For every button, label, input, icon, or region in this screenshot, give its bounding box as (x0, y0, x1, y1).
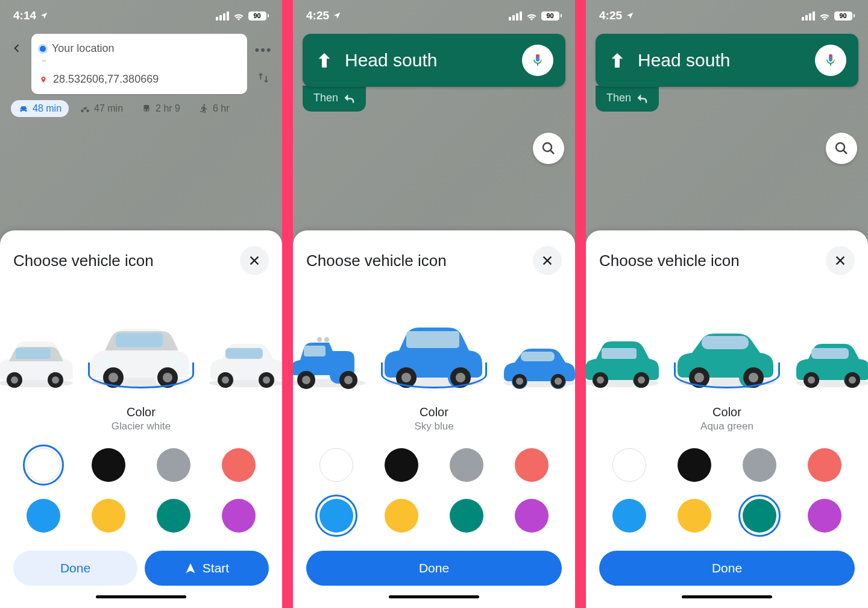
color-swatch-sky-blue[interactable] (27, 499, 60, 533)
color-swatch-sky-blue[interactable] (612, 499, 646, 533)
color-swatch-glacier-white[interactable] (612, 448, 646, 482)
color-swatch-black[interactable] (678, 448, 711, 482)
color-heading: Color (306, 405, 562, 419)
color-swatch-black[interactable] (385, 448, 418, 482)
color-swatch-yellow[interactable] (92, 499, 125, 533)
travel-mode-moto[interactable]: 47 min (72, 100, 130, 117)
origin-dot-icon (40, 46, 46, 52)
svg-point-23 (222, 376, 229, 384)
color-swatch-sky-blue[interactable] (319, 499, 353, 533)
color-swatch-grid (306, 432, 562, 540)
svg-point-40 (456, 373, 465, 382)
color-swatch-coral[interactable] (222, 448, 256, 482)
voice-button[interactable] (815, 45, 846, 76)
vehicle-option-selected[interactable] (81, 302, 201, 392)
color-swatch-yellow[interactable] (385, 499, 418, 533)
color-swatch-glacier-white[interactable] (27, 448, 60, 482)
color-swatch-grey[interactable] (450, 448, 483, 482)
color-swatch-aqua-green[interactable] (450, 499, 483, 533)
close-button[interactable] (240, 246, 269, 275)
swap-icon[interactable] (257, 71, 270, 84)
done-button[interactable]: Done (599, 551, 855, 586)
location-arrow-icon (626, 11, 634, 20)
color-heading: Color (599, 405, 855, 419)
cell-signal-icon (802, 11, 815, 21)
search-icon (541, 141, 556, 156)
svg-point-9 (11, 376, 18, 384)
color-swatch-purple[interactable] (222, 499, 256, 533)
transit-icon (141, 103, 152, 114)
wifi-icon (526, 11, 538, 21)
vehicle-carousel[interactable] (293, 290, 575, 392)
wifi-icon (819, 11, 831, 21)
route-planner: Your location 28.532606,77.380669 ••• (8, 34, 274, 94)
search-button[interactable] (826, 133, 857, 164)
svg-point-3 (145, 110, 146, 111)
vehicle-option-selected[interactable] (667, 302, 787, 392)
search-button[interactable] (533, 133, 564, 164)
svg-rect-55 (702, 336, 749, 349)
color-swatch-purple[interactable] (808, 499, 841, 533)
vehicle-carousel[interactable] (0, 290, 282, 392)
svg-rect-21 (225, 348, 263, 359)
next-step-chip[interactable]: Then (303, 86, 366, 112)
phone-screen-1: 4:14 90 Your location (0, 0, 282, 608)
color-swatch-grey[interactable] (743, 448, 776, 482)
turn-left-icon (636, 92, 648, 104)
walk-icon (198, 103, 209, 114)
color-swatch-aqua-green[interactable] (157, 499, 190, 533)
sheet-title: Choose vehicle icon (306, 252, 447, 270)
color-swatch-yellow[interactable] (678, 499, 711, 533)
done-button[interactable]: Done (306, 551, 562, 586)
color-swatch-coral[interactable] (515, 448, 549, 482)
sheet-title: Choose vehicle icon (13, 252, 154, 270)
color-swatch-grid (13, 432, 269, 540)
vehicle-option-prev[interactable] (0, 320, 81, 392)
selected-color-name: Aqua green (599, 420, 855, 432)
cell-signal-icon (216, 11, 229, 21)
next-step-chip[interactable]: Then (596, 86, 659, 112)
color-swatch-black[interactable] (92, 448, 125, 482)
vehicle-carousel[interactable] (586, 290, 868, 392)
svg-point-4 (148, 110, 149, 111)
svg-point-32 (344, 376, 353, 384)
close-icon (541, 254, 554, 267)
status-time: 4:25 (599, 9, 622, 22)
voice-button[interactable] (522, 45, 553, 76)
vehicle-option-selected[interactable] (374, 302, 494, 392)
color-swatch-coral[interactable] (808, 448, 841, 482)
svg-point-14 (103, 367, 124, 388)
vehicle-option-prev[interactable] (293, 320, 374, 392)
color-swatch-grey[interactable] (157, 448, 190, 482)
travel-mode-walk[interactable]: 6 hr (191, 100, 237, 117)
color-swatch-purple[interactable] (515, 499, 549, 533)
close-icon (834, 254, 847, 267)
vehicle-option-next[interactable] (494, 320, 575, 392)
done-button[interactable]: Done (13, 551, 137, 586)
more-options-button[interactable]: ••• (254, 42, 272, 58)
vehicle-icon-sheet: Choose vehicle icon Color Sky blue Done (293, 230, 575, 608)
color-swatch-glacier-white[interactable] (319, 448, 353, 482)
selected-color-name: Sky blue (306, 420, 562, 432)
vehicle-option-next[interactable] (787, 320, 868, 392)
svg-point-15 (108, 373, 118, 382)
svg-point-5 (203, 104, 205, 106)
battery-indicator: 90 (541, 11, 562, 21)
svg-rect-28 (304, 346, 326, 356)
start-button[interactable]: Start (145, 551, 269, 586)
color-swatch-aqua-green[interactable] (743, 499, 776, 533)
svg-point-37 (396, 367, 417, 388)
origin-field[interactable]: Your location (31, 37, 247, 60)
back-button[interactable] (8, 34, 25, 54)
navigation-banner[interactable]: Head south (596, 34, 858, 87)
travel-mode-drive[interactable]: 48 min (11, 100, 69, 117)
phone-screen-3: 4:25 90 Head south Then Choose vehicle i… (586, 0, 868, 608)
destination-field[interactable]: 28.532606,77.380669 (31, 68, 247, 90)
close-button[interactable] (826, 246, 855, 275)
vehicle-option-next[interactable] (201, 320, 282, 392)
svg-point-46 (555, 378, 562, 385)
vehicle-option-prev[interactable] (586, 320, 667, 392)
travel-mode-transit[interactable]: 2 hr 9 (134, 100, 187, 117)
close-button[interactable] (533, 246, 562, 275)
navigation-banner[interactable]: Head south (303, 34, 565, 87)
